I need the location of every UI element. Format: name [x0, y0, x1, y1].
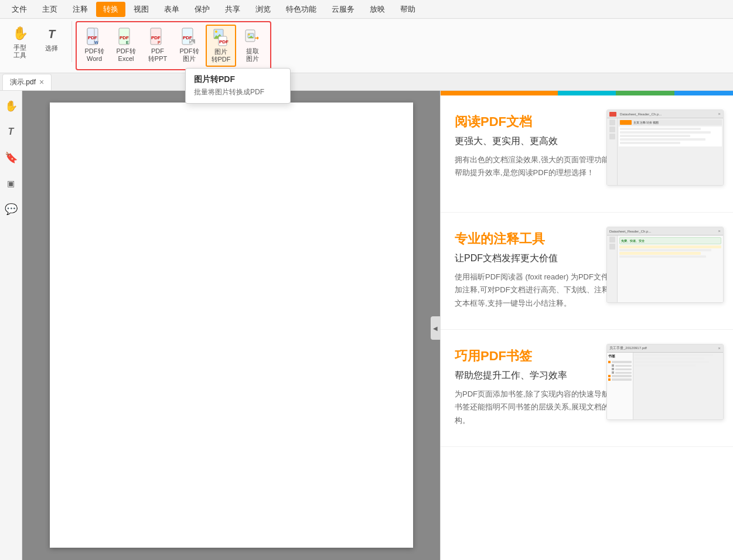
menu-share[interactable]: 共享	[218, 2, 247, 17]
feature-annotate-desc: 使用福昕PDF阅读器 (foxit reader) 为PDF文件添加注释,可对P…	[455, 271, 619, 309]
menu-annotate[interactable]: 注释	[66, 2, 95, 17]
menu-cloud[interactable]: 云服务	[325, 2, 362, 17]
tab-close-button[interactable]: ×	[39, 77, 44, 87]
sidebar-left: ✋ T 🔖 ▣ 💬	[0, 91, 22, 560]
pdf-to-ppt-icon: PDF P	[148, 28, 167, 46]
menu-home[interactable]: 主页	[35, 2, 64, 17]
feature-read-subtitle: 更强大、更实用、更高效	[455, 135, 619, 148]
color-bar-blue	[674, 91, 733, 95]
menu-view[interactable]: 视图	[127, 2, 156, 17]
content-area: ◀	[22, 91, 440, 560]
svg-text:PDF: PDF	[219, 39, 229, 45]
menu-features[interactable]: 特色功能	[279, 2, 323, 17]
color-bar-green	[616, 91, 674, 95]
tooltip-popup: 图片转PDF 批量将图片转换成PDF	[185, 68, 291, 104]
pdf-to-word-icon: PDF W	[85, 28, 104, 46]
feature-bookmark-desc: 为PDF页面添加书签,除了实现内容的快速导航,书签还能指明不同书签的层级关系,展…	[455, 388, 619, 426]
menu-protect[interactable]: 保护	[187, 2, 217, 17]
tabbar: 演示.pdf ×	[0, 73, 733, 91]
tooltip-title: 图片转PDF	[194, 74, 282, 85]
feature-section-bookmark: 巧用PDF书签 帮助您提升工作、学习效率 为PDF页面添加书签,除了实现内容的快…	[441, 330, 733, 447]
sidebar-pages-icon[interactable]: ▣	[3, 175, 19, 192]
select-icon: T	[42, 25, 61, 43]
collapse-panel-button[interactable]: ◀	[431, 316, 440, 340]
svg-text:E: E	[126, 40, 129, 45]
pdf-to-excel-icon: PDF E	[117, 28, 135, 46]
svg-text:P: P	[158, 40, 161, 45]
color-bar	[441, 91, 733, 95]
sidebar-hand-icon[interactable]: ✋	[3, 98, 19, 114]
svg-text:PDF: PDF	[151, 35, 161, 40]
menu-file[interactable]: 文件	[5, 2, 34, 17]
menu-help[interactable]: 帮助	[393, 2, 422, 17]
pdf-to-ppt-label1: PDF	[151, 47, 164, 55]
menubar: 文件 主页 注释 转换 视图 表单 保护 共享 浏览 特色功能 云服务 放映 帮…	[0, 0, 733, 19]
feature-annotate-subtitle: 让PDF文档发挥更大价值	[455, 252, 619, 265]
svg-point-13	[190, 40, 192, 42]
pdf-to-excel-label1: PDF转	[117, 47, 136, 55]
hand-tool-button[interactable]: ✋ 手型 工具	[5, 21, 35, 62]
pdf-to-ppt-label2: 转PPT	[148, 55, 167, 63]
pdf-page	[50, 103, 413, 548]
feature-bookmark-subtitle: 帮助您提升工作、学习效率	[455, 370, 619, 382]
toolbar: ✋ 手型 工具 T 选择 PDF W PDF转 Word	[0, 19, 733, 73]
toolbar-group-hand: ✋ 手型 工具 T 选择	[5, 21, 72, 62]
menu-present[interactable]: 放映	[363, 2, 392, 17]
extract-image-button[interactable]: 提取 图片	[237, 25, 268, 66]
pdf-to-ppt-button[interactable]: PDF P PDF 转PPT	[142, 25, 173, 66]
sidebar-bookmark-icon[interactable]: 🔖	[3, 149, 19, 166]
image-to-pdf-icon: PDF	[212, 28, 230, 47]
menu-convert[interactable]: 转换	[96, 2, 125, 17]
pdf-to-image-label2: 图片	[183, 55, 196, 63]
feature-bookmark-title: 巧用PDF书签	[455, 347, 619, 365]
svg-point-22	[248, 34, 250, 36]
right-panel: 阅读PDF文档 更强大、更实用、更高效 拥有出色的文档渲染效果,强大的页面管理功…	[440, 91, 733, 560]
document-tab[interactable]: 演示.pdf ×	[2, 74, 52, 90]
pdf-to-image-button[interactable]: PDF PDF转 图片	[174, 25, 204, 66]
toolbar-group-convert: PDF W PDF转 Word PDF E PDF转 Excel	[76, 21, 271, 70]
pdf-to-word-label2: Word	[87, 55, 102, 63]
feature-section-read: 阅读PDF文档 更强大、更实用、更高效 拥有出色的文档渲染效果,强大的页面管理功…	[441, 95, 733, 213]
hand-icon: ✋	[11, 24, 29, 43]
select-label1: 选择	[45, 45, 58, 52]
pdf-to-image-icon: PDF	[180, 28, 199, 46]
extract-image-icon	[243, 28, 262, 46]
tooltip-desc: 批量将图片转换成PDF	[194, 87, 282, 97]
color-bar-orange	[441, 91, 558, 95]
extract-image-label1: 提取	[246, 47, 259, 55]
pdf-to-image-label1: PDF转	[180, 47, 199, 55]
svg-point-16	[215, 30, 217, 33]
image-to-pdf-label1: 图片	[214, 48, 227, 56]
pdf-to-excel-label2: Excel	[118, 55, 134, 63]
extract-image-label2: 图片	[246, 55, 259, 63]
sidebar-comment-icon[interactable]: 💬	[3, 201, 19, 217]
pdf-to-word-label1: PDF转	[85, 47, 104, 55]
color-bar-teal	[558, 91, 616, 95]
feature-annotate-title: 专业的注释工具	[455, 230, 619, 248]
feature-read-title: 阅读PDF文档	[455, 113, 619, 131]
main-area: ✋ T 🔖 ▣ 💬 ◀ 阅读PDF文档 更强大、更实用、更高效 拥有出色的文档渲…	[0, 91, 733, 560]
pdf-to-word-button[interactable]: PDF W PDF转 Word	[79, 25, 110, 66]
pdf-to-excel-button[interactable]: PDF E PDF转 Excel	[111, 25, 141, 66]
svg-text:PDF: PDF	[88, 35, 97, 40]
svg-text:PDF: PDF	[120, 35, 129, 40]
image-to-pdf-label2: 转PDF	[212, 56, 231, 63]
image-to-pdf-button[interactable]: PDF 图片 转PDF	[206, 25, 236, 67]
sidebar-text-icon[interactable]: T	[3, 124, 19, 140]
feature-annotate-screenshot: Datasheet_Reader_Ch.p... × 免费、快速、安全	[606, 227, 724, 303]
feature-read-screenshot: Datasheet_Reader_Ch.p... ×	[606, 110, 724, 186]
menu-form[interactable]: 表单	[157, 2, 186, 17]
svg-text:W: W	[94, 40, 98, 45]
feature-read-desc: 拥有出色的文档渲染效果,强大的页面管理功能,帮助提升效率,是您阅读PDF的理想选…	[455, 153, 619, 179]
tab-filename: 演示.pdf	[10, 77, 36, 87]
feature-section-annotate: 专业的注释工具 让PDF文档发挥更大价值 使用福昕PDF阅读器 (foxit r…	[441, 213, 733, 330]
menu-browse[interactable]: 浏览	[248, 2, 278, 17]
select-tool-button[interactable]: T 选择	[36, 21, 67, 56]
hand-label1: 手型	[13, 44, 26, 52]
hand-label2: 工具	[13, 52, 26, 59]
feature-bookmark-screenshot: 员工手册_20120917.pdf × 书签	[606, 344, 724, 420]
